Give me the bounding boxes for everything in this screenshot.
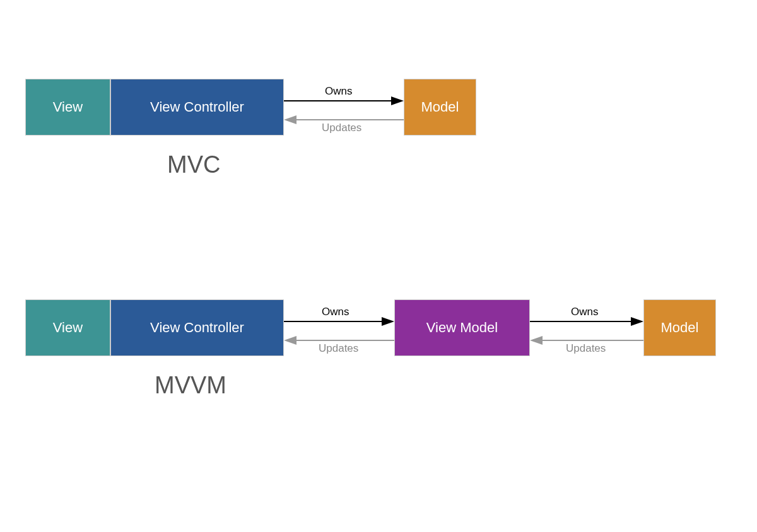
- mvvm-model-label: Model: [661, 320, 699, 336]
- mvvm-owns-label-1: Owns: [322, 306, 349, 318]
- mvc-updates-label: Updates: [322, 122, 361, 134]
- svg-marker-11: [530, 336, 543, 345]
- mvvm-updates-label-1: Updates: [319, 342, 358, 355]
- mvvm-viewcontroller-box: View Controller: [110, 299, 284, 356]
- svg-marker-1: [391, 96, 404, 105]
- mvc-view-box: View: [25, 79, 110, 136]
- mvc-model-box: Model: [404, 79, 476, 136]
- mvc-viewcontroller-box: View Controller: [110, 79, 284, 136]
- mvc-model-label: Model: [421, 99, 459, 115]
- mvc-title: MVC: [167, 151, 220, 178]
- svg-marker-3: [284, 115, 296, 124]
- mvvm-updates-label-2: Updates: [566, 342, 606, 355]
- mvvm-viewmodel-label: View Model: [426, 320, 498, 336]
- mvc-view-label: View: [53, 99, 83, 115]
- svg-marker-7: [284, 336, 296, 345]
- mvc-viewcontroller-label: View Controller: [150, 99, 244, 115]
- svg-marker-9: [631, 317, 643, 326]
- svg-marker-5: [382, 317, 394, 326]
- mvvm-owns-label-2: Owns: [571, 306, 598, 318]
- mvc-owns-label: Owns: [325, 85, 352, 98]
- mvvm-viewmodel-box: View Model: [394, 299, 530, 356]
- mvvm-view-label: View: [53, 320, 83, 336]
- mvvm-view-box: View: [25, 299, 110, 356]
- mvvm-title: MVVM: [155, 372, 226, 399]
- mvvm-model-box: Model: [643, 299, 716, 356]
- mvvm-viewcontroller-label: View Controller: [150, 320, 244, 336]
